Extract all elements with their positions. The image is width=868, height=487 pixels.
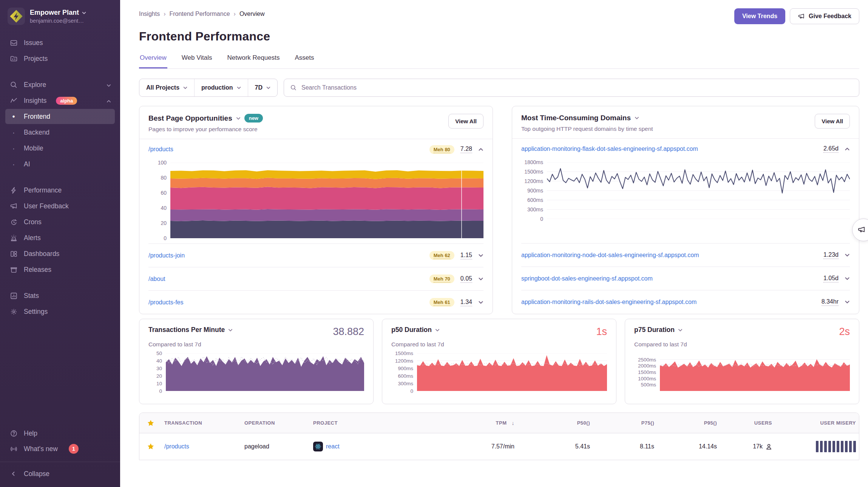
- page-link[interactable]: /products-fes: [148, 299, 183, 306]
- sidebar-item-help[interactable]: Help: [5, 426, 115, 441]
- y-axis-labels: 50403020100: [148, 353, 166, 391]
- breadcrumb-frontend-performance[interactable]: Frontend Performance: [169, 11, 230, 17]
- sidebar-item-issues[interactable]: Issues: [5, 35, 115, 50]
- sidebar-item-crons[interactable]: Crons: [5, 214, 115, 230]
- star-icon[interactable]: [147, 443, 154, 450]
- give-feedback-button[interactable]: Give Feedback: [790, 8, 859, 24]
- sidebar-item-label: Issues: [24, 39, 43, 47]
- opportunity-value: 0.05: [460, 275, 472, 283]
- project-link[interactable]: react: [326, 443, 340, 450]
- card-title[interactable]: Transactions Per Minute: [148, 326, 225, 334]
- sidebar-item-whats-new[interactable]: What's new 1: [5, 441, 115, 456]
- column-header-p95[interactable]: P95(): [657, 420, 720, 426]
- chevron-down-icon[interactable]: [435, 329, 440, 332]
- breadcrumb-insights[interactable]: Insights: [139, 11, 160, 17]
- column-header-project[interactable]: Project: [310, 420, 449, 426]
- sidebar-item-releases[interactable]: Releases: [5, 262, 115, 277]
- sidebar-item-performance[interactable]: Performance: [5, 183, 115, 198]
- sidebar-item-label: AI: [24, 160, 30, 168]
- app-root: Empower Plant benjamin.coe@sent… Issues …: [0, 0, 868, 487]
- card-title[interactable]: Best Page Opportunities: [148, 114, 232, 123]
- column-header-transaction[interactable]: Transaction: [161, 420, 241, 426]
- sidebar-item-stats[interactable]: Stats: [5, 288, 115, 303]
- sidebar-item-alerts[interactable]: Alerts: [5, 230, 115, 245]
- search-bar[interactable]: [284, 79, 859, 97]
- column-header-p50[interactable]: P50(): [517, 420, 593, 426]
- card-title[interactable]: p75 Duration: [634, 326, 675, 334]
- breadcrumb-overview: Overview: [239, 11, 265, 17]
- column-header-tpm[interactable]: TPM↓: [449, 420, 517, 426]
- sidebar-item-ai[interactable]: · AI: [5, 157, 115, 172]
- domain-row-rails[interactable]: application-monitoring-rails-dot-sales-e…: [521, 290, 850, 313]
- view-trends-button[interactable]: View Trends: [734, 8, 785, 24]
- sidebar-item-backend[interactable]: · Backend: [5, 125, 115, 140]
- tab-overview[interactable]: Overview: [139, 54, 167, 68]
- sidebar-item-dashboards[interactable]: Dashboards: [5, 246, 115, 261]
- chevron-down-icon[interactable]: [478, 254, 483, 257]
- page-link[interactable]: /products: [148, 146, 173, 153]
- chevron-up-icon[interactable]: [478, 148, 483, 151]
- page-link[interactable]: /products-join: [148, 252, 185, 259]
- card-title[interactable]: Most Time-Consuming Domains: [521, 114, 631, 122]
- page-row-products-fes[interactable]: /products-fes Meh 61 1.34: [148, 290, 483, 314]
- chevron-down-icon[interactable]: [478, 277, 483, 281]
- p95-cell: 14.14s: [657, 443, 720, 450]
- date-range-filter[interactable]: 7D: [248, 79, 277, 96]
- chevron-down-icon[interactable]: [236, 117, 241, 120]
- domain-row-node[interactable]: application-monitoring-node-dot-sales-en…: [521, 243, 850, 267]
- chevron-up-icon[interactable]: [845, 147, 850, 151]
- column-header-users[interactable]: Users: [720, 420, 775, 426]
- chevron-down-icon[interactable]: [845, 277, 850, 280]
- page-row-products-join[interactable]: /products-join Meh 62 1.15: [148, 244, 483, 267]
- sidebar-item-explore[interactable]: Explore: [5, 77, 115, 92]
- page-row-about[interactable]: /about Meh 70 0.05: [148, 267, 483, 290]
- tab-web-vitals[interactable]: Web Vitals: [181, 54, 213, 68]
- environment-filter[interactable]: production: [194, 79, 248, 96]
- chevron-down-icon[interactable]: [678, 329, 683, 332]
- sidebar-item-frontend[interactable]: • Frontend: [5, 109, 115, 124]
- tab-network-requests[interactable]: Network Requests: [227, 54, 281, 68]
- domain-link[interactable]: application-monitoring-node-dot-sales-en…: [521, 252, 699, 259]
- domain-link[interactable]: springboot-dot-sales-engineering-sf.apps…: [521, 275, 653, 282]
- sidebar-collapse-button[interactable]: Collapse: [9, 466, 111, 481]
- sidebar-item-user-feedback[interactable]: User Feedback: [5, 199, 115, 214]
- chevron-down-icon[interactable]: [228, 329, 233, 332]
- view-all-button[interactable]: View All: [448, 114, 483, 129]
- chevron-down-icon[interactable]: [845, 253, 850, 257]
- page-link[interactable]: /about: [148, 276, 165, 282]
- transaction-link[interactable]: /products: [164, 443, 189, 450]
- react-project-icon: [313, 442, 323, 451]
- score-badge: Meh 62: [429, 251, 454, 260]
- chevron-down-icon[interactable]: [635, 116, 639, 119]
- chevron-down-icon[interactable]: [845, 300, 850, 304]
- sidebar-item-label: Settings: [24, 308, 48, 316]
- card-title[interactable]: p50 Duration: [391, 326, 432, 334]
- domain-link[interactable]: application-monitoring-flask-dot-sales-e…: [521, 146, 698, 152]
- star-icon[interactable]: [147, 419, 154, 427]
- bullet-icon: ·: [9, 160, 18, 168]
- sidebar-item-label: Mobile: [24, 144, 43, 152]
- sidebar-item-mobile[interactable]: · Mobile: [5, 141, 115, 156]
- column-header-user-misery[interactable]: User Misery: [775, 420, 859, 426]
- page-row-products[interactable]: /products Meh 80 7.28: [148, 139, 483, 160]
- sidebar-item-settings[interactable]: Settings: [5, 304, 115, 319]
- project-filter[interactable]: All Projects: [139, 79, 194, 96]
- whats-new-count-badge: 1: [69, 444, 79, 454]
- y-axis-labels: 1500ms1200ms900ms600ms300ms0: [391, 353, 417, 391]
- view-all-button[interactable]: View All: [815, 114, 850, 129]
- search-input[interactable]: [301, 84, 853, 91]
- sidebar-item-projects[interactable]: Projects: [5, 51, 115, 66]
- domain-row-springboot[interactable]: springboot-dot-sales-engineering-sf.apps…: [521, 267, 850, 290]
- opportunity-value: 1.34: [460, 299, 472, 306]
- column-header-operation[interactable]: Operation: [241, 420, 310, 426]
- search-icon: [290, 84, 297, 91]
- chevron-down-icon[interactable]: [478, 301, 483, 304]
- domain-link[interactable]: application-monitoring-rails-dot-sales-e…: [521, 299, 697, 306]
- sidebar-nav: Issues Projects Explore Insights alpha •…: [5, 35, 115, 319]
- archive-icon: [9, 266, 18, 274]
- org-switcher[interactable]: Empower Plant benjamin.coe@sent…: [5, 6, 115, 26]
- tab-assets[interactable]: Assets: [294, 54, 315, 68]
- domain-row-flask[interactable]: application-monitoring-flask-dot-sales-e…: [521, 139, 850, 159]
- sidebar-item-insights[interactable]: Insights alpha: [5, 93, 115, 108]
- column-header-p75[interactable]: P75(): [593, 420, 657, 426]
